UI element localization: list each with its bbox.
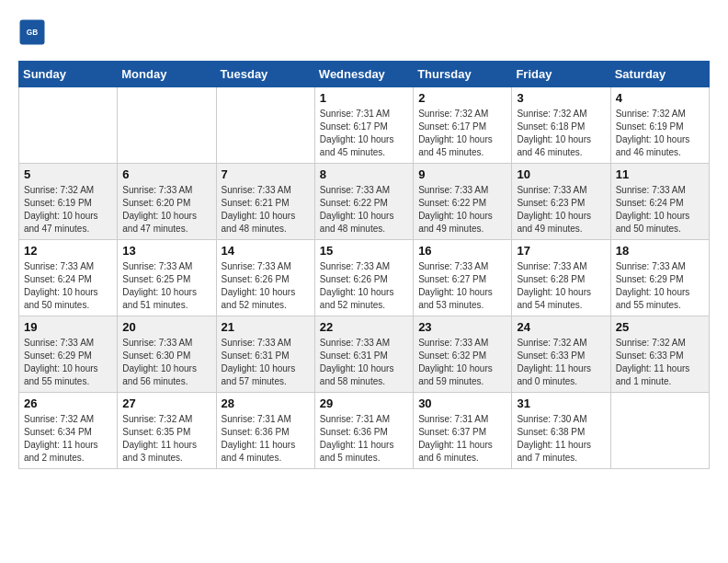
calendar-cell: 20Sunrise: 7:33 AM Sunset: 6:30 PM Dayli…	[118, 316, 216, 393]
day-number: 29	[320, 396, 408, 410]
calendar-cell: 24Sunrise: 7:32 AM Sunset: 6:33 PM Dayli…	[512, 316, 610, 393]
day-info: Sunrise: 7:33 AM Sunset: 6:32 PM Dayligh…	[418, 337, 506, 388]
day-info: Sunrise: 7:33 AM Sunset: 6:22 PM Dayligh…	[320, 184, 408, 236]
day-header-sunday: Sunday	[19, 62, 118, 87]
calendar-week-row: 1Sunrise: 7:31 AM Sunset: 6:17 PM Daylig…	[19, 87, 710, 164]
calendar-cell: 30Sunrise: 7:31 AM Sunset: 6:37 PM Dayli…	[414, 393, 512, 469]
calendar-header-row: SundayMondayTuesdayWednesdayThursdayFrid…	[19, 62, 710, 87]
day-info: Sunrise: 7:33 AM Sunset: 6:24 PM Dayligh…	[24, 260, 112, 312]
calendar-week-row: 12Sunrise: 7:33 AM Sunset: 6:24 PM Dayli…	[19, 240, 710, 316]
calendar-cell	[216, 87, 314, 164]
day-info: Sunrise: 7:33 AM Sunset: 6:22 PM Dayligh…	[418, 184, 506, 236]
day-header-saturday: Saturday	[610, 62, 709, 87]
calendar-cell	[118, 87, 216, 164]
calendar-week-row: 5Sunrise: 7:32 AM Sunset: 6:19 PM Daylig…	[19, 164, 710, 240]
calendar-cell: 14Sunrise: 7:33 AM Sunset: 6:26 PM Dayli…	[216, 240, 314, 316]
day-info: Sunrise: 7:33 AM Sunset: 6:30 PM Dayligh…	[122, 337, 210, 388]
day-info: Sunrise: 7:33 AM Sunset: 6:23 PM Dayligh…	[517, 184, 605, 236]
calendar-cell	[19, 87, 118, 164]
svg-text:GB: GB	[27, 29, 38, 37]
calendar-cell: 2Sunrise: 7:32 AM Sunset: 6:17 PM Daylig…	[414, 87, 512, 164]
day-info: Sunrise: 7:33 AM Sunset: 6:25 PM Dayligh…	[122, 260, 210, 312]
page-header: GB	[18, 18, 710, 46]
calendar-cell: 19Sunrise: 7:33 AM Sunset: 6:29 PM Dayli…	[19, 316, 118, 393]
calendar-cell: 15Sunrise: 7:33 AM Sunset: 6:26 PM Dayli…	[314, 240, 413, 316]
day-number: 19	[24, 320, 112, 334]
calendar-cell: 3Sunrise: 7:32 AM Sunset: 6:18 PM Daylig…	[512, 87, 610, 164]
calendar-cell: 8Sunrise: 7:33 AM Sunset: 6:22 PM Daylig…	[314, 164, 413, 240]
day-number: 27	[122, 396, 210, 410]
calendar-cell: 23Sunrise: 7:33 AM Sunset: 6:32 PM Dayli…	[414, 316, 512, 393]
day-number: 20	[122, 320, 210, 334]
logo: GB	[18, 18, 50, 46]
day-info: Sunrise: 7:33 AM Sunset: 6:24 PM Dayligh…	[616, 184, 704, 236]
day-number: 9	[418, 167, 506, 181]
day-info: Sunrise: 7:33 AM Sunset: 6:26 PM Dayligh…	[320, 260, 408, 312]
day-number: 13	[122, 244, 210, 258]
day-number: 18	[616, 244, 704, 258]
calendar-cell: 12Sunrise: 7:33 AM Sunset: 6:24 PM Dayli…	[19, 240, 118, 316]
day-number: 7	[222, 167, 310, 181]
calendar-table: SundayMondayTuesdayWednesdayThursdayFrid…	[18, 61, 710, 469]
calendar-cell: 25Sunrise: 7:32 AM Sunset: 6:33 PM Dayli…	[610, 316, 709, 393]
day-header-wednesday: Wednesday	[314, 62, 413, 87]
day-info: Sunrise: 7:31 AM Sunset: 6:36 PM Dayligh…	[320, 413, 408, 465]
calendar-week-row: 19Sunrise: 7:33 AM Sunset: 6:29 PM Dayli…	[19, 316, 710, 393]
day-info: Sunrise: 7:32 AM Sunset: 6:34 PM Dayligh…	[24, 413, 112, 465]
day-number: 31	[517, 396, 605, 410]
calendar-cell: 29Sunrise: 7:31 AM Sunset: 6:36 PM Dayli…	[314, 393, 413, 469]
day-number: 1	[320, 91, 408, 105]
day-number: 26	[24, 396, 112, 410]
day-number: 6	[122, 167, 210, 181]
day-number: 21	[222, 320, 310, 334]
day-number: 23	[418, 320, 506, 334]
calendar-cell: 9Sunrise: 7:33 AM Sunset: 6:22 PM Daylig…	[414, 164, 512, 240]
day-info: Sunrise: 7:32 AM Sunset: 6:17 PM Dayligh…	[418, 108, 506, 159]
day-number: 3	[517, 91, 605, 105]
day-header-thursday: Thursday	[414, 62, 512, 87]
day-info: Sunrise: 7:33 AM Sunset: 6:29 PM Dayligh…	[24, 337, 112, 388]
day-number: 11	[616, 167, 704, 181]
day-info: Sunrise: 7:32 AM Sunset: 6:35 PM Dayligh…	[122, 413, 210, 465]
logo-icon: GB	[18, 18, 46, 46]
day-number: 14	[222, 244, 310, 258]
day-info: Sunrise: 7:33 AM Sunset: 6:21 PM Dayligh…	[222, 184, 310, 236]
calendar-cell: 13Sunrise: 7:33 AM Sunset: 6:25 PM Dayli…	[118, 240, 216, 316]
calendar-cell: 7Sunrise: 7:33 AM Sunset: 6:21 PM Daylig…	[216, 164, 314, 240]
calendar-cell: 1Sunrise: 7:31 AM Sunset: 6:17 PM Daylig…	[314, 87, 413, 164]
day-number: 30	[418, 396, 506, 410]
day-header-friday: Friday	[512, 62, 610, 87]
day-info: Sunrise: 7:30 AM Sunset: 6:38 PM Dayligh…	[517, 413, 605, 465]
day-info: Sunrise: 7:31 AM Sunset: 6:36 PM Dayligh…	[222, 413, 310, 465]
day-number: 2	[418, 91, 506, 105]
day-number: 4	[616, 91, 704, 105]
calendar-cell: 11Sunrise: 7:33 AM Sunset: 6:24 PM Dayli…	[610, 164, 709, 240]
calendar-cell: 6Sunrise: 7:33 AM Sunset: 6:20 PM Daylig…	[118, 164, 216, 240]
day-number: 12	[24, 244, 112, 258]
day-info: Sunrise: 7:32 AM Sunset: 6:33 PM Dayligh…	[517, 337, 605, 388]
day-info: Sunrise: 7:33 AM Sunset: 6:28 PM Dayligh…	[517, 260, 605, 312]
day-info: Sunrise: 7:33 AM Sunset: 6:29 PM Dayligh…	[616, 260, 704, 312]
day-number: 24	[517, 320, 605, 334]
calendar-cell: 17Sunrise: 7:33 AM Sunset: 6:28 PM Dayli…	[512, 240, 610, 316]
day-number: 17	[517, 244, 605, 258]
day-info: Sunrise: 7:31 AM Sunset: 6:37 PM Dayligh…	[418, 413, 506, 465]
day-number: 10	[517, 167, 605, 181]
day-info: Sunrise: 7:32 AM Sunset: 6:19 PM Dayligh…	[24, 184, 112, 236]
day-info: Sunrise: 7:31 AM Sunset: 6:17 PM Dayligh…	[320, 108, 408, 159]
calendar-cell: 16Sunrise: 7:33 AM Sunset: 6:27 PM Dayli…	[414, 240, 512, 316]
day-info: Sunrise: 7:33 AM Sunset: 6:20 PM Dayligh…	[122, 184, 210, 236]
day-info: Sunrise: 7:32 AM Sunset: 6:18 PM Dayligh…	[517, 108, 605, 159]
day-info: Sunrise: 7:33 AM Sunset: 6:27 PM Dayligh…	[418, 260, 506, 312]
day-header-monday: Monday	[118, 62, 216, 87]
day-number: 16	[418, 244, 506, 258]
calendar-cell: 26Sunrise: 7:32 AM Sunset: 6:34 PM Dayli…	[19, 393, 118, 469]
day-info: Sunrise: 7:33 AM Sunset: 6:31 PM Dayligh…	[320, 337, 408, 388]
day-number: 15	[320, 244, 408, 258]
calendar-cell: 10Sunrise: 7:33 AM Sunset: 6:23 PM Dayli…	[512, 164, 610, 240]
day-info: Sunrise: 7:32 AM Sunset: 6:19 PM Dayligh…	[616, 108, 704, 159]
calendar-cell: 27Sunrise: 7:32 AM Sunset: 6:35 PM Dayli…	[118, 393, 216, 469]
calendar-cell: 18Sunrise: 7:33 AM Sunset: 6:29 PM Dayli…	[610, 240, 709, 316]
day-number: 22	[320, 320, 408, 334]
day-number: 28	[222, 396, 310, 410]
